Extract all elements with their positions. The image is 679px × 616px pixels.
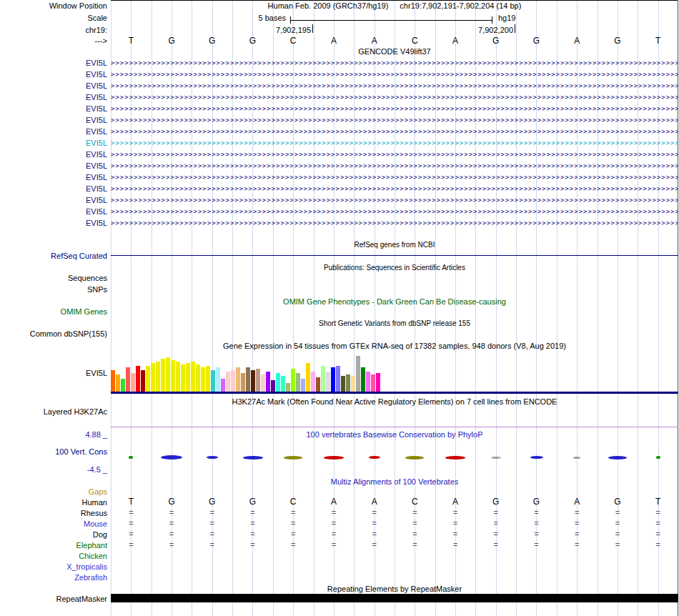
gtex-bar[interactable]: [306, 363, 310, 392]
phylop-mark: [129, 456, 133, 459]
chrom-label: chr19:: [85, 26, 107, 34]
gtex-bar[interactable]: [261, 374, 265, 392]
gtex-bar[interactable]: [241, 373, 245, 392]
gtex-bar[interactable]: [276, 373, 280, 392]
alignment-match: =: [169, 540, 174, 550]
gtex-bar[interactable]: [271, 380, 275, 392]
gtex-bar[interactable]: [171, 360, 175, 392]
gtex-bar[interactable]: [376, 373, 380, 392]
gtex-gene-line[interactable]: [111, 392, 678, 394]
gtex-bar[interactable]: [366, 372, 370, 392]
alignment-match: =: [615, 519, 620, 528]
multiz-row-rhesus[interactable]: ==============: [111, 507, 678, 518]
gene-model-row[interactable]: >>>>>>>>>>>>>>>>>>>>>>>>>>>>>>>>>>>>>>>>…: [111, 206, 678, 217]
multiz-row-human[interactable]: TGGGCAACAGGAGT: [111, 497, 678, 507]
range-text: chr19:7,902,191-7,902,204 (14 bp): [400, 1, 521, 10]
gtex-bar[interactable]: [166, 357, 170, 392]
gene-model-row[interactable]: >>>>>>>>>>>>>>>>>>>>>>>>>>>>>>>>>>>>>>>>…: [111, 172, 678, 183]
gtex-bar[interactable]: [251, 370, 255, 392]
gtex-bar[interactable]: [221, 379, 225, 392]
gtex-bar[interactable]: [336, 366, 340, 392]
gtex-bar[interactable]: [206, 366, 210, 392]
gtex-bar[interactable]: [296, 373, 300, 392]
gene-model-row[interactable]: >>>>>>>>>>>>>>>>>>>>>>>>>>>>>>>>>>>>>>>>…: [111, 91, 678, 103]
gtex-bar[interactable]: [151, 363, 155, 392]
gtex-bar[interactable]: [356, 356, 360, 392]
gtex-bar[interactable]: [311, 372, 315, 392]
gtex-bar[interactable]: [191, 362, 195, 392]
multiz-row-dog[interactable]: ==============: [111, 529, 678, 540]
alignment-match: =: [129, 540, 133, 550]
gtex-bar[interactable]: [351, 376, 355, 392]
gtex-bar[interactable]: [201, 367, 205, 392]
gene-model-row[interactable]: >>>>>>>>>>>>>>>>>>>>>>>>>>>>>>>>>>>>>>>>…: [111, 57, 678, 69]
gtex-gene-label: EVI5L: [86, 369, 107, 377]
gtex-bar[interactable]: [161, 359, 165, 392]
gtex-bar[interactable]: [156, 362, 160, 392]
gene-model-row[interactable]: >>>>>>>>>>>>>>>>>>>>>>>>>>>>>>>>>>>>>>>>…: [111, 80, 678, 91]
gtex-bar[interactable]: [361, 367, 365, 392]
gene-model-row[interactable]: >>>>>>>>>>>>>>>>>>>>>>>>>>>>>>>>>>>>>>>>…: [111, 137, 678, 149]
h3k27ac-signal-line[interactable]: [111, 427, 678, 427]
ruler-base: G: [168, 36, 174, 46]
gene-model-row[interactable]: >>>>>>>>>>>>>>>>>>>>>>>>>>>>>>>>>>>>>>>>…: [111, 103, 678, 114]
gene-model-row[interactable]: >>>>>>>>>>>>>>>>>>>>>>>>>>>>>>>>>>>>>>>>…: [111, 69, 678, 80]
ruler-base: T: [655, 36, 660, 46]
gene-model-row[interactable]: >>>>>>>>>>>>>>>>>>>>>>>>>>>>>>>>>>>>>>>>…: [111, 149, 678, 160]
gtex-bar[interactable]: [326, 372, 330, 392]
gene-label-evi5l: EVI5L: [86, 162, 107, 170]
alignment-match: =: [575, 508, 579, 517]
gtex-bar[interactable]: [116, 374, 120, 392]
phylop-mark: [243, 456, 263, 459]
gtex-bar[interactable]: [231, 370, 235, 392]
gtex-bar[interactable]: [291, 369, 295, 392]
scale-genome-text: hg19: [498, 14, 515, 22]
gtex-bar[interactable]: [341, 376, 345, 392]
species-label-rhesus: Rhesus: [81, 509, 107, 517]
gene-model-row[interactable]: >>>>>>>>>>>>>>>>>>>>>>>>>>>>>>>>>>>>>>>>…: [111, 114, 678, 126]
phylop-mark: [369, 456, 380, 459]
gtex-bar[interactable]: [256, 369, 260, 392]
multiz-row-mouse[interactable]: ==============: [111, 518, 678, 529]
gtex-bar[interactable]: [211, 370, 215, 392]
gene-label-evi5l: EVI5L: [86, 70, 107, 79]
gtex-bar[interactable]: [371, 374, 375, 392]
gtex-bar[interactable]: [346, 374, 350, 392]
gtex-bar[interactable]: [316, 377, 320, 392]
gtex-bar[interactable]: [321, 366, 325, 392]
gtex-bar[interactable]: [331, 367, 335, 392]
gtex-bar[interactable]: [131, 373, 135, 392]
gtex-bar[interactable]: [121, 379, 125, 392]
gtex-bar[interactable]: [286, 383, 290, 392]
refseq-gene-line[interactable]: [111, 255, 678, 256]
gtex-bar[interactable]: [146, 366, 150, 392]
gtex-bar[interactable]: [246, 367, 250, 392]
phylop-wiggle[interactable]: [111, 450, 678, 465]
gtex-bar[interactable]: [216, 367, 220, 392]
alignment-base: A: [574, 497, 580, 507]
alignment-base: G: [168, 497, 174, 507]
alignment-match: =: [332, 530, 336, 539]
gene-model-row[interactable]: >>>>>>>>>>>>>>>>>>>>>>>>>>>>>>>>>>>>>>>>…: [111, 217, 678, 229]
gtex-bar[interactable]: [136, 366, 140, 392]
gtex-bar[interactable]: [236, 367, 240, 392]
multiz-row-elephant[interactable]: ==============: [111, 540, 678, 550]
repeatmasker-bar[interactable]: [111, 594, 678, 602]
gene-model-row[interactable]: >>>>>>>>>>>>>>>>>>>>>>>>>>>>>>>>>>>>>>>>…: [111, 183, 678, 194]
gtex-bar[interactable]: [126, 367, 130, 392]
gtex-bar[interactable]: [281, 376, 285, 392]
gene-model-row[interactable]: >>>>>>>>>>>>>>>>>>>>>>>>>>>>>>>>>>>>>>>>…: [111, 126, 678, 137]
gtex-bar-chart[interactable]: [111, 356, 678, 392]
gtex-bar[interactable]: [226, 372, 230, 392]
gtex-bar[interactable]: [266, 372, 270, 392]
gtex-bar[interactable]: [181, 364, 185, 392]
gtex-bar[interactable]: [186, 363, 190, 392]
alignment-match: =: [534, 508, 538, 517]
gtex-bar[interactable]: [196, 364, 200, 392]
gtex-bar[interactable]: [141, 370, 145, 392]
gene-model-row[interactable]: >>>>>>>>>>>>>>>>>>>>>>>>>>>>>>>>>>>>>>>>…: [111, 160, 678, 172]
gene-model-row[interactable]: >>>>>>>>>>>>>>>>>>>>>>>>>>>>>>>>>>>>>>>>…: [111, 194, 678, 206]
gtex-bar[interactable]: [301, 379, 305, 392]
gtex-bar[interactable]: [176, 362, 180, 392]
gtex-bar[interactable]: [111, 370, 115, 392]
